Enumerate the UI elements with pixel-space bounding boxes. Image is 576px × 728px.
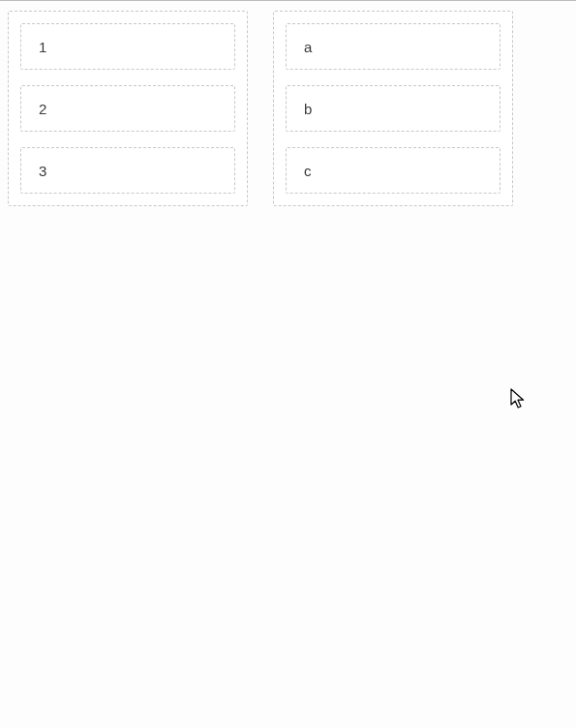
list-item-label: c [304, 163, 312, 179]
list-item-label: 2 [39, 101, 46, 117]
list-item-label: a [304, 39, 312, 55]
list-item[interactable]: b [286, 85, 500, 132]
list-item-label: 1 [39, 39, 46, 55]
list-item[interactable]: a [286, 23, 500, 70]
list-item-label: b [304, 101, 312, 117]
list-item[interactable]: 1 [20, 23, 235, 70]
list-item[interactable]: c [286, 147, 500, 194]
list-item-label: 3 [39, 163, 46, 179]
right-sortable-list[interactable]: a b c [273, 11, 513, 206]
left-sortable-list[interactable]: 1 2 3 [8, 11, 248, 206]
list-item[interactable]: 3 [20, 147, 235, 194]
list-item[interactable]: 2 [20, 85, 235, 132]
sortable-demo: 1 2 3 a b c [0, 1, 576, 206]
cursor-icon [510, 388, 528, 410]
